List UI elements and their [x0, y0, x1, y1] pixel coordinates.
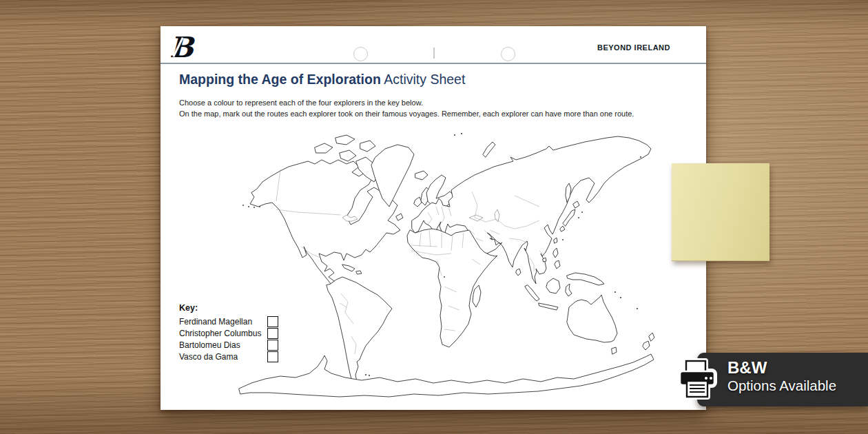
colour-key: Key: Ferdinand Magellan Christopher Colu… — [179, 303, 278, 362]
sticky-note — [672, 163, 769, 261]
header-rule — [161, 63, 706, 64]
explorer-colour-box[interactable] — [267, 328, 278, 339]
header-circle-right — [501, 47, 515, 61]
brand-label: BEYOND IRELAND — [597, 43, 670, 52]
badge-line-1: B&W — [727, 359, 868, 377]
badge-text: B&W Options Available — [727, 353, 868, 395]
printer-icon — [675, 358, 719, 402]
explorer-colour-box[interactable] — [267, 351, 278, 362]
instruction-line-2: On the map, mark out the routes each exp… — [179, 108, 634, 119]
world-map — [238, 130, 672, 400]
instruction-line-1: Choose a colour to represent each of the… — [179, 97, 634, 108]
explorer-colour-box[interactable] — [267, 316, 278, 327]
key-row-da-gama: Vasco da Gama — [179, 351, 278, 362]
beyond-logo: B — [169, 32, 201, 63]
badge-line-2: Options Available — [727, 377, 868, 395]
instructions: Choose a colour to represent each of the… — [179, 97, 634, 119]
beyond-logo-glyph: B — [169, 31, 194, 64]
header-circle-left — [353, 47, 368, 61]
explorer-name: Ferdinand Magellan — [179, 317, 267, 327]
key-title: Key: — [179, 303, 278, 313]
explorer-name: Vasco da Gama — [179, 352, 267, 362]
page-title: Mapping the Age of Exploration Activity … — [179, 72, 465, 87]
desk-scene: B BEYOND IRELAND Mapping the Age of Expl… — [0, 0, 868, 434]
explorer-name: Bartolomeu Dias — [179, 340, 267, 350]
key-row-magellan: Ferdinand Magellan — [179, 316, 278, 327]
explorer-colour-box[interactable] — [267, 340, 278, 351]
bw-options-badge: B&W Options Available — [697, 353, 868, 406]
key-row-columbus: Christopher Columbus — [179, 327, 278, 339]
key-row-dias: Bartolomeu Dias — [179, 339, 278, 351]
explorer-name: Christopher Columbus — [179, 329, 267, 338]
world-map-outline — [238, 130, 672, 400]
page-title-suffix: Activity Sheet — [381, 72, 465, 87]
page-title-main: Mapping the Age of Exploration — [179, 72, 381, 87]
header-divider — [433, 48, 435, 59]
activity-sheet: B BEYOND IRELAND Mapping the Age of Expl… — [161, 26, 706, 410]
